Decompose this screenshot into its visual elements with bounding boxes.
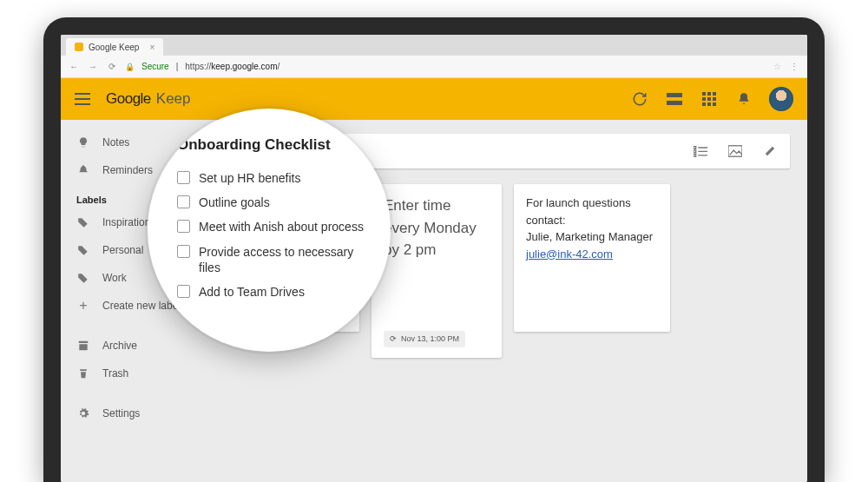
sidebar-item-label: Personal xyxy=(102,244,143,256)
checklist: Set up HR benefits Outline goals Meet wi… xyxy=(177,166,365,304)
lock-icon: 🔒 xyxy=(125,63,135,71)
sidebar-item-label: Work xyxy=(102,272,127,284)
note-card[interactable]: Enter time every Monday by 2 pm ⟳ Nov 13… xyxy=(372,184,502,358)
refresh-icon[interactable] xyxy=(630,89,649,109)
checkbox-icon[interactable] xyxy=(177,220,190,233)
svg-rect-15 xyxy=(694,155,696,157)
bookmark-star-icon[interactable]: ☆ xyxy=(773,62,781,71)
checklist-item-label: Set up HR benefits xyxy=(199,170,301,186)
lightbulb-icon xyxy=(76,135,90,149)
svg-rect-6 xyxy=(707,97,711,101)
svg-rect-7 xyxy=(713,97,716,101)
tab-title: Google Keep xyxy=(89,43,139,52)
list-view-icon[interactable] xyxy=(665,89,684,109)
plus-icon: + xyxy=(76,299,90,313)
checkbox-icon[interactable] xyxy=(177,195,190,208)
sidebar-item-label: Settings xyxy=(102,407,140,419)
checkbox-icon[interactable] xyxy=(177,245,190,258)
trash-icon xyxy=(76,366,90,380)
svg-rect-11 xyxy=(694,147,696,149)
note-title: Onboarding Checklist xyxy=(177,136,365,154)
repeat-icon: ⟳ xyxy=(390,333,397,346)
checkbox-icon[interactable] xyxy=(177,285,190,298)
brand-primary: Google xyxy=(106,90,151,108)
avatar[interactable] xyxy=(769,87,793,111)
notifications-icon[interactable] xyxy=(734,89,753,109)
url-path: / xyxy=(277,62,279,71)
sidebar-item-label: Notes xyxy=(102,136,129,149)
svg-rect-2 xyxy=(702,92,706,96)
sidebar-item-settings[interactable]: Settings xyxy=(61,399,217,427)
checkbox-icon[interactable] xyxy=(177,171,190,184)
apps-grid-icon[interactable] xyxy=(700,89,719,109)
checklist-item-label: Provide access to necessary files xyxy=(199,244,365,275)
sidebar-item-label: Create new label xyxy=(102,300,181,312)
url-text[interactable]: https://keep.google.com/ xyxy=(185,62,279,71)
reminder-icon xyxy=(76,163,90,177)
tag-icon xyxy=(76,243,90,257)
app-header: Google Keep xyxy=(61,78,807,120)
checklist-item[interactable]: Add to Team Drives xyxy=(177,280,365,304)
note-card[interactable]: For launch questions contact: Julie, Mar… xyxy=(514,184,670,332)
reload-icon[interactable]: ⟳ xyxy=(106,62,118,71)
brand-secondary: Keep xyxy=(156,90,191,108)
svg-rect-5 xyxy=(702,97,706,101)
sidebar-item-archive[interactable]: Archive xyxy=(61,332,217,360)
url-separator: | xyxy=(176,62,179,71)
close-icon[interactable]: × xyxy=(149,43,155,52)
checklist-item-label: Outline goals xyxy=(199,195,270,210)
checklist-item-label: Add to Team Drives xyxy=(199,284,305,300)
svg-rect-1 xyxy=(667,101,682,105)
svg-rect-10 xyxy=(713,102,716,106)
svg-rect-13 xyxy=(694,150,696,153)
note-line: Julie, Marketing Manager xyxy=(526,228,658,246)
email-link[interactable]: julie@ink-42.com xyxy=(526,248,613,261)
zoom-bubble: Onboarding Checklist Set up HR benefits … xyxy=(148,109,391,352)
sidebar-item-label: Reminders xyxy=(102,164,153,176)
archive-icon xyxy=(76,339,90,353)
tab-favicon xyxy=(75,43,83,51)
checklist-item[interactable]: Meet with Anish about process xyxy=(177,215,365,239)
new-list-icon[interactable] xyxy=(693,143,708,159)
url-scheme: https:// xyxy=(185,62,211,71)
gear-icon xyxy=(76,406,90,420)
svg-rect-9 xyxy=(707,102,711,106)
sidebar-item-trash[interactable]: Trash xyxy=(61,360,217,387)
browser-tab[interactable]: Google Keep × xyxy=(66,38,163,56)
note-text: Enter time every Monday by 2 pm xyxy=(384,195,490,261)
svg-rect-8 xyxy=(702,102,706,106)
app-brand[interactable]: Google Keep xyxy=(106,90,191,108)
checklist-item-label: Meet with Anish about process xyxy=(199,219,364,234)
svg-rect-4 xyxy=(713,92,716,96)
sidebar-item-label: Archive xyxy=(102,340,137,352)
new-image-icon[interactable] xyxy=(727,143,743,159)
sidebar-item-label: Inspiration xyxy=(102,216,150,228)
browser-tab-strip: Google Keep × xyxy=(61,35,807,56)
checklist-item[interactable]: Outline goals xyxy=(177,190,365,215)
note-line: For launch questions contact: xyxy=(526,195,658,228)
reminder-pill[interactable]: ⟳ Nov 13, 1:00 PM xyxy=(384,331,465,348)
reminder-time: Nov 13, 1:00 PM xyxy=(401,333,459,346)
checklist-item[interactable]: Set up HR benefits xyxy=(177,166,365,190)
svg-rect-0 xyxy=(667,93,682,97)
secure-label: Secure xyxy=(141,62,169,71)
url-host: keep.google.com xyxy=(211,62,277,71)
menu-icon[interactable] xyxy=(75,93,90,105)
tag-icon xyxy=(76,271,90,285)
sidebar-item-label: Trash xyxy=(102,367,128,380)
forward-icon[interactable]: → xyxy=(87,62,99,71)
svg-rect-3 xyxy=(707,92,711,96)
new-drawing-icon[interactable] xyxy=(762,143,778,159)
tag-icon xyxy=(76,215,90,229)
checklist-item[interactable]: Provide access to necessary files xyxy=(177,240,365,280)
back-icon[interactable]: ← xyxy=(68,62,80,71)
browser-menu-icon[interactable]: ⋮ xyxy=(788,62,800,71)
browser-address-bar: ← → ⟳ 🔒 Secure | https://keep.google.com… xyxy=(61,56,807,78)
